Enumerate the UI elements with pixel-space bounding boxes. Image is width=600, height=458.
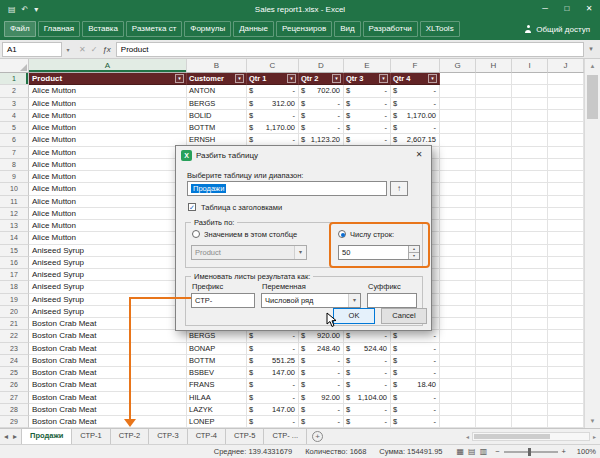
cell-empty[interactable] bbox=[512, 110, 548, 122]
cell-qtr3[interactable]: $- bbox=[344, 110, 391, 122]
close-button[interactable]: ✕ bbox=[578, 0, 600, 18]
cell-empty[interactable] bbox=[548, 147, 584, 159]
cell-empty[interactable] bbox=[440, 232, 476, 244]
scroll-up-icon[interactable]: ▲ bbox=[585, 60, 600, 73]
cell-product[interactable]: Alice Mutton bbox=[29, 183, 187, 195]
cell-empty[interactable] bbox=[476, 220, 512, 232]
column-header[interactable]: A bbox=[29, 59, 187, 73]
cell-product[interactable]: Alice Mutton bbox=[29, 98, 187, 110]
cell-customer[interactable]: BOTTM bbox=[187, 122, 247, 134]
file-icon[interactable]: ▤ bbox=[8, 5, 16, 14]
insert-function-icon[interactable]: ƒx bbox=[102, 45, 110, 54]
cell-empty[interactable] bbox=[476, 232, 512, 244]
cell-product[interactable]: Alice Mutton bbox=[29, 171, 187, 183]
cell-empty[interactable] bbox=[476, 171, 512, 183]
row-number[interactable]: 3 bbox=[0, 98, 29, 110]
cell-product[interactable]: Aniseed Syrup bbox=[29, 281, 187, 293]
column-header[interactable]: H bbox=[476, 59, 512, 73]
cell-empty[interactable] bbox=[476, 196, 512, 208]
cell-qtr2[interactable]: $920.00 bbox=[299, 330, 344, 342]
cell-empty[interactable] bbox=[548, 73, 584, 85]
cell-qtr2[interactable]: $92.00 bbox=[299, 392, 344, 404]
ribbon-tab-file[interactable]: Файл bbox=[4, 21, 36, 37]
column-select-combo[interactable]: Product ▾ bbox=[191, 245, 307, 260]
cell-empty[interactable] bbox=[548, 183, 584, 195]
cell-empty[interactable] bbox=[440, 171, 476, 183]
cell-empty[interactable] bbox=[548, 404, 584, 416]
zoom-slider[interactable] bbox=[504, 451, 558, 453]
cell-qtr1[interactable]: $- bbox=[247, 330, 299, 342]
cell-empty[interactable] bbox=[440, 355, 476, 367]
column-header[interactable]: I bbox=[512, 59, 548, 73]
cell-empty[interactable] bbox=[548, 220, 584, 232]
cell-empty[interactable] bbox=[548, 294, 584, 306]
normal-view-icon[interactable]: ▦ bbox=[457, 447, 465, 456]
cell-qtr2[interactable]: $- bbox=[299, 367, 344, 379]
row-number[interactable]: 26 bbox=[0, 379, 29, 391]
variable-combo[interactable]: Числовой ряд ▾ bbox=[261, 293, 361, 308]
vertical-scrollbar[interactable]: ▲ ▼ bbox=[584, 59, 600, 428]
column-header[interactable]: B bbox=[187, 59, 247, 73]
sheet-tab[interactable]: СТР-2 bbox=[111, 429, 149, 444]
cell-product[interactable]: Alice Mutton bbox=[29, 122, 187, 134]
sheet-tab[interactable]: СТР-5 bbox=[226, 429, 264, 444]
cell-empty[interactable] bbox=[548, 122, 584, 134]
cell-empty[interactable] bbox=[548, 330, 584, 342]
minimize-button[interactable]: ─ bbox=[534, 0, 556, 18]
cell-qtr4[interactable]: $18.40 bbox=[391, 379, 440, 391]
column-header[interactable]: E bbox=[344, 59, 391, 73]
cell-qtr1[interactable]: $- bbox=[247, 379, 299, 391]
cell-product[interactable]: Boston Crab Meat bbox=[29, 392, 187, 404]
cell-qtr4[interactable]: $- bbox=[391, 367, 440, 379]
row-number[interactable]: 2 bbox=[0, 85, 29, 97]
cell-empty[interactable] bbox=[512, 367, 548, 379]
cell-qtr2[interactable]: $- bbox=[299, 404, 344, 416]
cell-empty[interactable] bbox=[440, 257, 476, 269]
cell-qtr1[interactable]: $- bbox=[247, 85, 299, 97]
cell-product[interactable]: Aniseed Syrup bbox=[29, 257, 187, 269]
cell-empty[interactable] bbox=[440, 281, 476, 293]
cell-empty[interactable] bbox=[548, 281, 584, 293]
cell-product[interactable]: Alice Mutton bbox=[29, 147, 187, 159]
row-number[interactable]: 21 bbox=[0, 318, 29, 330]
cell-qtr4[interactable]: $1,170.00 bbox=[391, 110, 440, 122]
cell-empty[interactable] bbox=[440, 318, 476, 330]
cell-empty[interactable] bbox=[548, 355, 584, 367]
prefix-input[interactable]: СТР- bbox=[191, 293, 255, 308]
cell-empty[interactable] bbox=[476, 330, 512, 342]
cell-empty[interactable] bbox=[512, 134, 548, 146]
cell-empty[interactable] bbox=[512, 85, 548, 97]
cell-qtr2[interactable]: $- bbox=[299, 110, 344, 122]
scroll-left-icon[interactable]: ◂ bbox=[466, 433, 469, 440]
row-number[interactable]: 14 bbox=[0, 232, 29, 244]
cell-qtr3[interactable]: $- bbox=[344, 367, 391, 379]
cell-customer[interactable]: BERGS bbox=[187, 98, 247, 110]
zoom-in-icon[interactable]: + bbox=[562, 447, 566, 456]
column-header[interactable]: J bbox=[548, 59, 584, 73]
cell-qtr4[interactable]: $- bbox=[391, 98, 440, 110]
cell-empty[interactable] bbox=[476, 183, 512, 195]
sheet-tab[interactable]: СТР-4 bbox=[188, 429, 226, 444]
cell-empty[interactable] bbox=[440, 110, 476, 122]
cell-product[interactable]: Alice Mutton bbox=[29, 85, 187, 97]
filter-dropdown-icon[interactable]: ▾ bbox=[332, 74, 341, 83]
column-header[interactable]: F bbox=[391, 59, 440, 73]
cell-empty[interactable] bbox=[476, 281, 512, 293]
cell-qtr3[interactable]: $524.40 bbox=[344, 343, 391, 355]
cell-empty[interactable] bbox=[548, 306, 584, 318]
cell-product[interactable]: Boston Crab Meat bbox=[29, 416, 187, 428]
cell-empty[interactable] bbox=[548, 85, 584, 97]
filter-dropdown-icon[interactable]: ▾ bbox=[175, 74, 184, 83]
cell-qtr3[interactable]: $1,104.00 bbox=[344, 392, 391, 404]
cell-empty[interactable] bbox=[512, 269, 548, 281]
cell-qtr4[interactable]: $- bbox=[391, 343, 440, 355]
row-number[interactable]: 23 bbox=[0, 343, 29, 355]
ribbon-tab[interactable]: XLTools bbox=[420, 21, 460, 37]
cell-empty[interactable] bbox=[548, 196, 584, 208]
cell-empty[interactable] bbox=[476, 379, 512, 391]
cell-product[interactable]: Aniseed Syrup bbox=[29, 294, 187, 306]
cell-empty[interactable] bbox=[476, 257, 512, 269]
scroll-down-icon[interactable]: ▼ bbox=[585, 415, 600, 428]
cell-product[interactable]: Alice Mutton bbox=[29, 220, 187, 232]
row-number[interactable]: 29 bbox=[0, 416, 29, 428]
